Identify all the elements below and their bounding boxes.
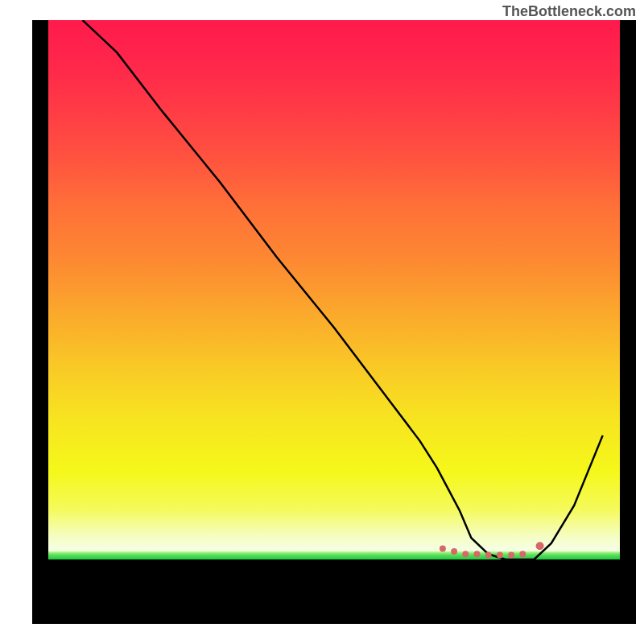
green-band: [48, 551, 620, 559]
gradient-fill: [48, 20, 620, 551]
watermark-text: TheBottleneck.com: [502, 3, 636, 20]
chart-container: [32, 20, 636, 624]
